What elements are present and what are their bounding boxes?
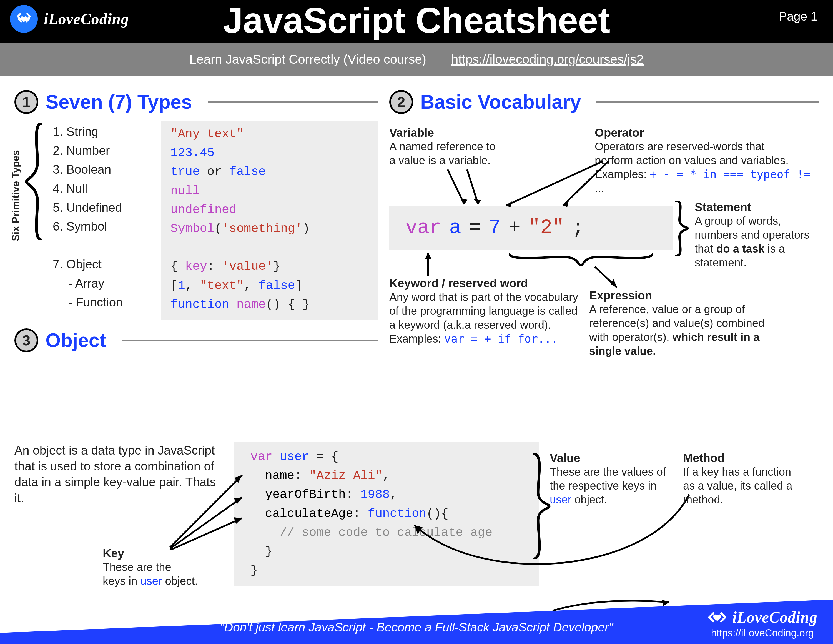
primitive-label: Six Primitive Types [10,137,22,254]
svg-marker-20 [662,599,669,606]
svg-marker-7 [563,200,569,207]
svg-marker-11 [610,279,617,288]
brand-text: iLoveCoding [44,10,129,28]
sec3-num: 3 [14,328,38,352]
obj-side: Value These are the values of the respec… [550,451,800,507]
sec1-num: 1 [14,90,38,114]
sec2-title: Basic Vocabulary [420,91,581,113]
brace-icon [25,123,47,240]
sec2-head: 2 Basic Vocabulary [389,90,819,114]
obj-key: Key These are thekeys in user object. [103,547,241,588]
obj-value: Value These are the values of the respec… [550,451,666,507]
sec1-title: Seven (7) Types [45,91,192,113]
vocab-statement: Statement A group of words, numbers and … [695,201,814,269]
svg-line-2 [467,169,478,204]
svg-marker-5 [506,201,513,207]
page-number: Page 1 [779,10,817,23]
footer-logo: iLoveCoding [707,607,817,627]
svg-marker-18 [414,525,423,534]
arrows-icon [389,122,695,289]
header: iLoveCoding JavaScript Cheatsheet Page 1 [0,0,833,43]
svg-line-6 [563,161,609,206]
obj-method: Method If a key has a function as a valu… [683,451,800,507]
footer-logo-icon [707,607,727,627]
svg-marker-17 [234,517,242,524]
vocab-expression: Expression A reference, value or a group… [589,289,783,358]
subheader: Learn JavaScript Correctly (Video course… [0,43,833,76]
sec3-title: Object [45,329,106,351]
svg-line-4 [506,161,603,206]
types-list: 1. String 2. Number 3. Boolean 4. Null 5… [53,121,161,320]
footer: "Don't just learn JavaScript - Become a … [0,591,833,644]
sec1-head: 1 Seven (7) Types [14,90,378,114]
course-link[interactable]: https://ilovecoding.org/courses/js2 [451,52,644,67]
svg-marker-1 [460,199,468,204]
page-title: JavaScript Cheatsheet [223,0,610,41]
sec2-num: 2 [389,90,413,114]
course-text: Learn JavaScript Correctly (Video course… [189,52,426,67]
sec3-head: 3 Object [14,328,378,352]
key-arrows-icon [164,453,275,550]
svg-marker-9 [425,253,431,259]
types-code: "Any text" 123.45 true or false null und… [161,121,378,320]
logo-icon [10,5,38,33]
footer-url[interactable]: https://iLoveCoding.org [711,627,814,639]
svg-line-12 [170,475,242,547]
